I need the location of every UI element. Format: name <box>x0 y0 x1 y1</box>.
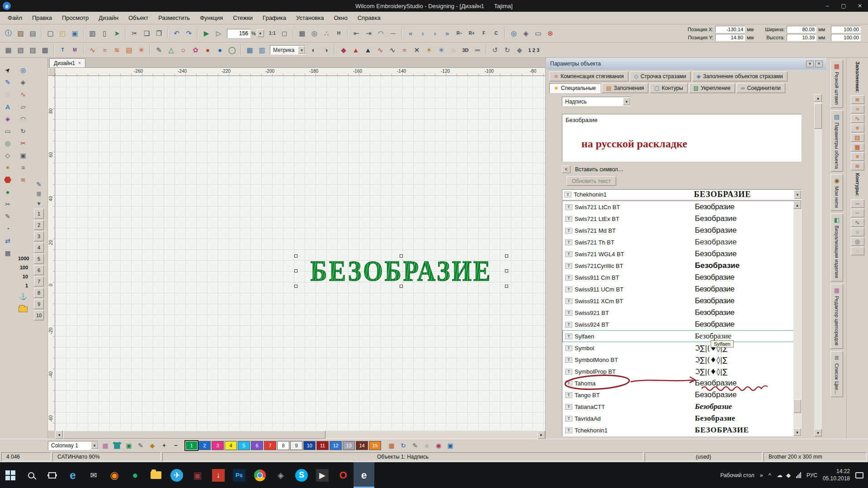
circle-tool-icon[interactable]: ● <box>2 186 14 198</box>
pick-color-icon[interactable]: ✎ <box>135 441 146 450</box>
font-list-item-symbolprop-bt[interactable]: TSymbolProp BTℑ∑|(♦◊|∑ <box>562 366 801 377</box>
digitize-flower-icon[interactable]: ✿ <box>190 44 201 56</box>
pan-tool-icon[interactable]: ◈ <box>17 76 29 88</box>
pan-icon[interactable]: ◈ <box>520 28 532 39</box>
open-curve-icon[interactable]: ◌ <box>2 89 14 100</box>
color-swatch-12[interactable]: 12 <box>330 441 342 450</box>
skype-icon[interactable]: S <box>291 462 312 488</box>
pos-y-value[interactable]: 14.80 <box>715 34 745 41</box>
scroll-down-icon[interactable]: ▾ <box>793 428 801 436</box>
menu-object[interactable]: Объект <box>123 12 153 23</box>
zoom-1x-icon[interactable]: 1:1 <box>267 28 278 39</box>
digitize-open-icon[interactable]: ✎ <box>153 44 165 56</box>
embroidery-object[interactable]: БЕЗОБРАЗИЕ <box>296 254 506 288</box>
memory-preset-5[interactable]: 5 <box>34 254 44 264</box>
show-needle-points-icon[interactable]: ∴ <box>321 28 332 39</box>
line-segment-icon[interactable]: ─ <box>387 28 399 39</box>
update-text-button[interactable]: Обновить текст <box>566 176 616 186</box>
canvas-grid[interactable]: БЕЗОБРАЗИЕ <box>55 76 545 431</box>
anchor-icon[interactable]: ⚓ <box>17 291 29 302</box>
color-swatch-2[interactable]: 2 <box>198 441 211 450</box>
memory-preset-9[interactable]: 9 <box>34 299 44 309</box>
scroll-right-icon[interactable]: ▸ <box>538 431 545 439</box>
font-list-item-swis721-md-bt[interactable]: TSwis721 Md BTБезобразие <box>562 225 801 236</box>
wilcom-icon[interactable]: e <box>354 462 374 488</box>
font-list-item-symbol[interactable]: TSymbolℑ∑|(♦◊|∑ <box>562 342 801 354</box>
design-properties-icon[interactable]: ⓘ <box>3 28 14 39</box>
knife-tool-icon[interactable]: ✂ <box>2 198 14 210</box>
background-color-icon[interactable]: ▣ <box>123 441 134 450</box>
chrome-icon[interactable] <box>250 462 270 488</box>
font-list-item-symbolmono-bt[interactable]: TSymbolMono BTℑ∑|(♦◊|∑ <box>562 354 801 366</box>
fill-style-icon[interactable]: ≡ <box>851 124 864 132</box>
zigzag-effect-icon[interactable]: ∿ <box>374 44 386 56</box>
font-list-item-swiss911-cm-bt[interactable]: TSwiss911 Cm BTБезобразие <box>562 272 801 283</box>
fill-style-icon[interactable]: ≡ <box>851 152 864 161</box>
colored-view-icon[interactable]: ◉ <box>433 441 444 450</box>
font-list-item-swis721-ltex-bt[interactable]: TSwis721 LtEx BTБезобразие <box>562 213 801 225</box>
tab-fills[interactable]: ▤Заполнения <box>602 83 648 93</box>
selection-handle[interactable] <box>505 254 508 258</box>
print-icon[interactable]: ▥ <box>87 28 98 39</box>
telegram-icon[interactable]: ✈ <box>166 462 187 488</box>
add-color-icon[interactable]: + <box>159 441 170 450</box>
tab-outlines[interactable]: ▢Контуры <box>650 83 687 93</box>
redo-icon[interactable]: ↷ <box>183 28 194 39</box>
layout-grid-icon[interactable]: ▦ <box>244 44 255 56</box>
color-swatch-1[interactable]: 1 <box>185 441 198 450</box>
memory-preset-8[interactable]: 8 <box>34 288 44 298</box>
menu-arrange[interactable]: Разместить <box>153 12 195 23</box>
action-center-icon[interactable] <box>855 472 863 479</box>
save-design-icon[interactable]: ▣ <box>69 28 80 39</box>
font-list-item-tango-bt[interactable]: TTango BTБезобразие <box>562 389 801 401</box>
font-list-item-tchekhonin1[interactable]: TTchekhonin1БЕЗОБРАЗИЕ <box>562 424 801 436</box>
lettering-text-input[interactable]: Безобразие на русской раскладке <box>562 114 802 162</box>
menu-function[interactable]: Функция <box>195 12 228 23</box>
outline-style-icon[interactable]: ◌ <box>851 247 864 255</box>
dock-my-threads[interactable]: ◉Мои нити <box>830 174 843 211</box>
scrollbar-track[interactable] <box>793 209 801 428</box>
search-button[interactable] <box>21 462 42 488</box>
rectangle-tool-icon[interactable]: ▭ <box>2 125 14 137</box>
lettering-tool-icon[interactable]: A <box>2 101 14 113</box>
tab-rhinestone-run[interactable]: ◇Строчка стразами <box>630 71 691 81</box>
show-connectors-icon[interactable]: H <box>333 28 344 39</box>
width-value[interactable]: 80.08 <box>787 26 816 33</box>
travel-to-start-icon[interactable]: « <box>405 28 416 39</box>
travel-object-forward-icon[interactable]: R+ <box>466 28 477 39</box>
color-swatch-4[interactable]: 4 <box>225 441 237 450</box>
color-swatch-8[interactable]: 8 <box>277 441 289 450</box>
list-small-icon[interactable]: ≣ <box>33 189 45 198</box>
font-dropdown[interactable]: T Tchekhonin1 БЕЗОБРАЗИЕ ▾ <box>562 189 802 200</box>
florentine-icon[interactable]: ✳ <box>435 44 447 56</box>
reshape-tool-icon[interactable]: ✎ <box>2 76 14 88</box>
cloud-icon[interactable]: ☁ <box>777 472 783 479</box>
apply-color-icon[interactable]: ◆ <box>147 441 158 450</box>
mail-icon[interactable]: ✉ <box>83 462 104 488</box>
triple-run-icon[interactable]: ≈ <box>99 44 110 56</box>
scrollbar-thumb[interactable] <box>793 399 801 413</box>
font-list-item-swiss911-xcm-bt[interactable]: TSwiss911 XCm BTБезобразие <box>562 295 801 307</box>
satin-icon[interactable]: ≋ <box>111 44 123 56</box>
selection-box[interactable]: БЕЗОБРАЗИЕ <box>296 256 506 286</box>
media-app-icon[interactable]: ▶ <box>312 462 333 488</box>
magnify-icon[interactable]: ◎ <box>508 28 519 39</box>
font-list-item-swis721cyrillic-bt[interactable]: TSwis721Cyrillic BTБезобразие <box>562 260 801 272</box>
scissors-tool-icon[interactable]: ✂ <box>17 137 29 149</box>
star-tool-icon[interactable]: ✶ <box>2 162 14 174</box>
dock-product-visualizer[interactable]: ◧Визуализация изделия <box>830 213 843 282</box>
colorway-dropdown[interactable]: Colorway 1 ▾ <box>48 441 99 450</box>
font-list-item-swis721-ltcn-bt[interactable]: TSwis721 LtCn BTБезобразие <box>562 201 801 213</box>
scroll-up-icon[interactable]: ▴ <box>814 94 822 102</box>
travel-function-icon[interactable]: F <box>478 28 490 39</box>
zoom-window-icon[interactable]: ◻ <box>279 28 290 39</box>
minimize-button[interactable]: – <box>819 0 835 11</box>
scrollbar-track[interactable] <box>814 102 822 429</box>
menu-stitches[interactable]: Стежки <box>228 12 258 23</box>
outline-style-icon[interactable]: ○ <box>851 228 864 236</box>
font-list-item-swiss924-bt[interactable]: TSwiss924 BTБезобразие <box>562 319 801 330</box>
memory-preset-4[interactable]: 4 <box>34 243 44 253</box>
fill-style-icon[interactable]: ▦ <box>851 143 864 151</box>
outline-style-icon[interactable]: ─ <box>851 199 864 208</box>
lettering-button[interactable]: T <box>57 44 68 56</box>
